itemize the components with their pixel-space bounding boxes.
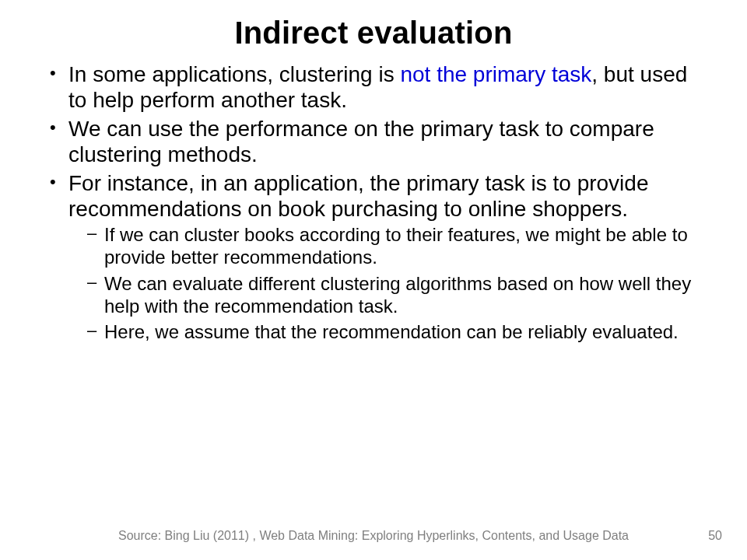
bullet-item: In some applications, clustering is not … xyxy=(45,61,708,113)
bullet-item: For instance, in an application, the pri… xyxy=(45,170,708,343)
bullet-text: For instance, in an application, the pri… xyxy=(68,171,648,221)
bullet-text-pre: In some applications, clustering is xyxy=(68,62,400,86)
sub-list: If we can cluster books according to the… xyxy=(68,223,708,343)
sub-item: We can evaluate different clustering alg… xyxy=(86,272,708,318)
bullet-list: In some applications, clustering is not … xyxy=(39,61,708,344)
bullet-item: We can use the performance on the primar… xyxy=(45,116,708,167)
slide-title: Indirect evaluation xyxy=(39,16,708,51)
sub-text: If we can cluster books according to the… xyxy=(104,224,688,268)
sub-item: Here, we assume that the recommendation … xyxy=(86,320,708,343)
page-number: 50 xyxy=(708,529,722,543)
sub-text: We can evaluate different clustering alg… xyxy=(104,273,691,317)
bullet-text: We can use the performance on the primar… xyxy=(68,117,654,166)
sub-text: Here, we assume that the recommendation … xyxy=(104,321,679,342)
bullet-highlight: not the primary task xyxy=(400,62,591,86)
slide: Indirect evaluation In some applications… xyxy=(0,0,747,560)
source-footer: Source: Bing Liu (2011) , Web Data Minin… xyxy=(0,529,747,543)
sub-item: If we can cluster books according to the… xyxy=(86,223,708,269)
